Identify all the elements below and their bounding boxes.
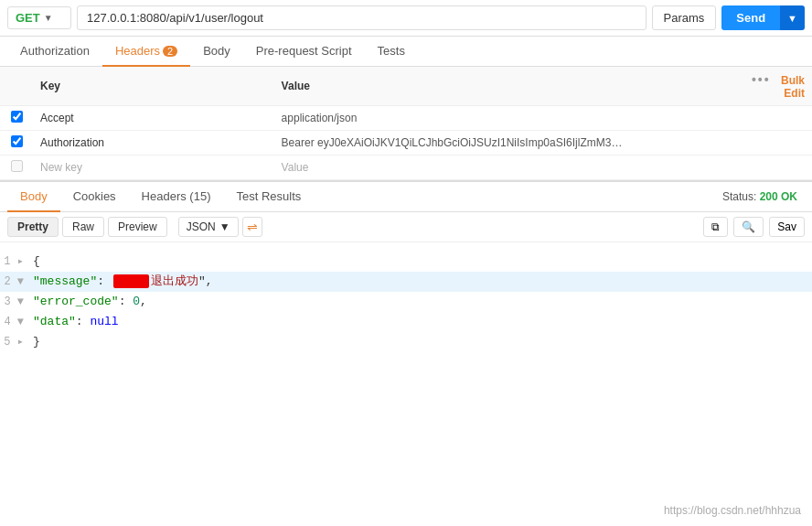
tab-authorization[interactable]: Authorization (7, 37, 102, 67)
copy-button[interactable]: ⧉ (703, 217, 728, 237)
code-line-2: 2 ▼ "message": ████退出成功", (0, 272, 812, 292)
send-dropdown-button[interactable]: ▼ (780, 5, 805, 30)
tab-body[interactable]: Body (190, 37, 243, 67)
response-status: Status: 200 OK (722, 190, 805, 203)
top-bar: GET ▼ Params Send ▼ (0, 0, 812, 37)
save-label: Sav (777, 220, 796, 233)
format-select[interactable]: JSON ▼ (178, 217, 239, 237)
tab-tests[interactable]: Tests (365, 37, 418, 67)
response-tabs-row: Body Cookies Headers (15) Test Results S… (0, 180, 812, 212)
auth-checkbox[interactable] (11, 135, 23, 147)
line-number: 3 ▼ (0, 293, 33, 311)
search-icon: 🔍 (742, 220, 755, 233)
res-tab-cookies[interactable]: Cookies (60, 182, 129, 212)
json-key: "message" (33, 274, 97, 288)
new-checkbox-cell (0, 156, 33, 180)
line-content: "message": ████退出成功", (33, 272, 213, 292)
res-tab-test-results[interactable]: Test Results (223, 182, 314, 212)
line-content: { (33, 252, 40, 272)
headers-badge: 2 (163, 46, 177, 57)
accept-checkbox[interactable] (11, 111, 23, 123)
actions-col-header: ••• Bulk Edit (721, 67, 812, 106)
method-select[interactable]: GET ▼ (7, 6, 71, 29)
code-line-4: 4 ▼ "data": null (0, 312, 812, 332)
auth-key[interactable]: Authorization (33, 131, 274, 156)
res-tab-body[interactable]: Body (7, 182, 60, 212)
header-row-new: New key Value (0, 156, 812, 180)
new-key-cell[interactable]: New key (33, 156, 274, 180)
copy-icon: ⧉ (711, 220, 720, 233)
line-number: 2 ▼ (0, 273, 33, 291)
search-button[interactable]: 🔍 (733, 217, 764, 237)
new-actions (721, 156, 812, 180)
tab-pre-request[interactable]: Pre-request Script (243, 37, 365, 67)
tab-headers[interactable]: Headers2 (102, 37, 190, 67)
new-checkbox (11, 160, 23, 172)
auth-checkbox-cell[interactable] (0, 131, 33, 156)
format-chevron-icon: ▼ (219, 220, 230, 233)
wrap-icon: ⇌ (247, 220, 258, 234)
key-column-header: Key (33, 67, 274, 106)
json-string-value: 退出成功 (151, 274, 198, 288)
new-value-cell[interactable]: Value (274, 156, 721, 180)
line-content: "data": null (33, 312, 119, 332)
redacted-value: ████ (113, 274, 149, 288)
save-button[interactable]: Sav (769, 217, 805, 237)
three-dots-icon[interactable]: ••• (752, 72, 771, 87)
header-row-accept: Accept application/json (0, 106, 812, 131)
accept-key[interactable]: Accept (33, 106, 274, 131)
value-column-header: Value (274, 67, 721, 106)
json-key: "data" (33, 315, 76, 328)
header-row-authorization: Authorization Bearer eyJ0eXAiOiJKV1QiLCJ… (0, 131, 812, 156)
line-number: 1 ▸ (0, 252, 33, 271)
code-line-1: 1 ▸{ (0, 252, 812, 272)
params-button[interactable]: Params (652, 5, 717, 30)
line-number: 4 ▼ (0, 313, 33, 331)
response-actions: ⧉ 🔍 Sav (703, 217, 805, 237)
view-raw-button[interactable]: Raw (62, 217, 104, 237)
line-content: } (33, 332, 40, 352)
status-code: 200 OK (760, 190, 797, 203)
method-label: GET (16, 11, 40, 25)
res-tab-headers[interactable]: Headers (15) (129, 182, 224, 212)
format-label: JSON (187, 220, 216, 233)
view-preview-button[interactable]: Preview (108, 217, 167, 237)
auth-value: Bearer eyJ0eXAiOiJKV1QiLCJhbGciOiJSUzI1N… (274, 131, 721, 156)
json-number-value: 0 (133, 295, 140, 308)
send-button[interactable]: Send (721, 5, 780, 30)
headers-table: Key Value ••• Bulk Edit Accept applicati… (0, 67, 812, 180)
code-line-5: 5 ▸} (0, 332, 812, 352)
line-number: 5 ▸ (0, 333, 33, 351)
method-chevron-icon: ▼ (44, 13, 53, 23)
request-tabs: Authorization Headers2 Body Pre-request … (0, 37, 812, 67)
url-input[interactable] (77, 5, 646, 30)
send-btn-group: Send ▼ (721, 5, 805, 30)
line-content: "error_code": 0, (33, 292, 147, 312)
view-pretty-button[interactable]: Pretty (7, 217, 59, 237)
auth-actions (721, 131, 812, 156)
json-null-value: null (90, 315, 118, 328)
accept-actions (721, 106, 812, 131)
bulk-edit-button[interactable]: Bulk Edit (781, 74, 805, 100)
accept-checkbox-cell[interactable] (0, 106, 33, 131)
json-key: "error_code" (33, 295, 119, 308)
wrap-button[interactable]: ⇌ (242, 217, 262, 237)
header-check-col (0, 67, 33, 106)
accept-value: application/json (274, 106, 721, 131)
response-body: 1 ▸{2 ▼ "message": ████退出成功",3 ▼ "error_… (0, 242, 812, 407)
code-line-3: 3 ▼ "error_code": 0, (0, 292, 812, 312)
response-toolbar: Pretty Raw Preview JSON ▼ ⇌ ⧉ 🔍 Sav (0, 212, 812, 242)
